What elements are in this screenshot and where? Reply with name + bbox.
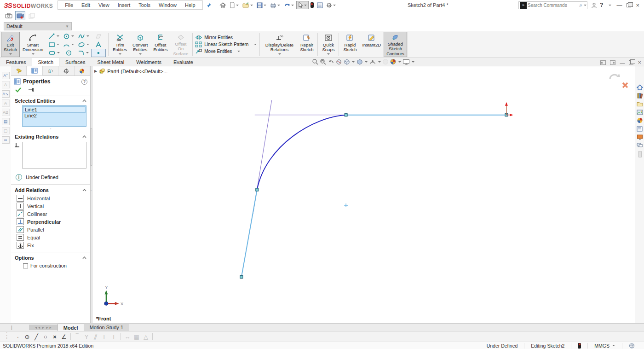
select-cursor-button[interactable] <box>296 1 309 9</box>
display-manager-tab[interactable] <box>75 66 90 76</box>
relation-equal[interactable]: Equal <box>11 233 90 241</box>
view-orientation-icon[interactable] <box>343 58 350 65</box>
comments-icon[interactable] <box>636 142 644 149</box>
list-item[interactable]: Line2 <box>23 113 86 119</box>
display-style-icon[interactable] <box>356 58 363 65</box>
zoom-to-fit-icon[interactable] <box>312 58 319 65</box>
toolbar-drag-handle[interactable]: ⋯⋯ <box>5 332 9 341</box>
parallel-snap-icon[interactable]: ∥ <box>90 331 101 342</box>
custom-properties-icon[interactable] <box>636 125 644 132</box>
ok-check-icon[interactable] <box>15 87 22 93</box>
performance-evaluation-icon[interactable] <box>309 1 315 9</box>
shaded-sketch-contours-button[interactable]: Shaded Sketch Contours <box>384 32 407 57</box>
tags-icon[interactable] <box>622 343 641 349</box>
point-tool[interactable] <box>91 49 106 57</box>
new-document-button[interactable] <box>228 1 241 9</box>
fillet-tool[interactable] <box>76 49 91 57</box>
tangent-snap-icon[interactable]: ⌒ <box>73 332 81 341</box>
tab-weldments[interactable]: Weldments <box>130 58 167 66</box>
convert-entities-button[interactable]: Convert Entities <box>130 32 150 57</box>
linear-sketch-pattern-button[interactable]: Linear Sketch Pattern <box>195 41 257 47</box>
sketch-plane-tool[interactable] <box>91 32 106 41</box>
task-pane-handle[interactable] <box>638 151 642 157</box>
previous-view-icon[interactable] <box>328 58 334 65</box>
exit-sketch-dropdown[interactable] <box>9 53 12 56</box>
center-point-snap-icon[interactable]: ⊙ <box>23 332 31 341</box>
relation-horizontal[interactable]: Horizontal <box>11 194 90 202</box>
intersection-snap-icon[interactable]: × <box>51 332 59 341</box>
smart-dimension-dropdown[interactable] <box>32 53 34 56</box>
angle-sketch-snap-icon[interactable]: △ <box>142 332 150 341</box>
move-entities-button[interactable]: Move Entities <box>195 48 257 54</box>
tab-evaluate[interactable]: Evaluate <box>167 58 199 66</box>
circle-snap-icon[interactable]: ○ <box>41 332 50 341</box>
graphics-area[interactable]: ▶ Part4 (Default<<Default>... <box>92 66 635 323</box>
view-settings-icon[interactable] <box>402 59 410 65</box>
angle-snap-icon[interactable]: ∠ <box>60 332 68 341</box>
document-properties-button[interactable] <box>316 1 324 9</box>
dimxpert-manager-tab[interactable] <box>58 66 74 76</box>
vertex-marker[interactable] <box>345 114 347 116</box>
ellipse-tool[interactable] <box>76 41 91 49</box>
record-video-icon[interactable] <box>15 11 25 20</box>
circle-tool[interactable] <box>62 32 76 41</box>
slot-tool[interactable] <box>47 49 62 57</box>
search-dropdown-icon[interactable] <box>584 5 586 7</box>
collapse-right-pane-icon[interactable] <box>610 60 615 65</box>
nearest-snap-icon[interactable]: Y <box>82 332 91 341</box>
move-entities-dropdown[interactable] <box>237 51 240 53</box>
rectangle-tool[interactable] <box>47 41 62 49</box>
menu-edit[interactable]: Edit <box>77 1 94 9</box>
relation-fix[interactable]: Fix <box>11 241 90 249</box>
block-tool-icon[interactable]: ▢ <box>2 127 10 134</box>
property-manager-tab[interactable] <box>27 66 42 76</box>
appearances-scenes-icon[interactable] <box>636 117 644 124</box>
apply-scene-icon[interactable] <box>390 58 397 65</box>
view-settings-dropdown[interactable] <box>412 61 414 64</box>
for-construction-checkbox[interactable] <box>23 263 28 268</box>
options-header[interactable]: Options <box>11 252 90 262</box>
existing-relations-header[interactable]: Existing Relations <box>11 131 90 141</box>
format-painter-tool-icon[interactable]: A↘ <box>2 90 10 98</box>
convert-entities-dropdown[interactable] <box>139 53 142 56</box>
menu-file[interactable]: File <box>61 1 77 9</box>
tab-scroll-control[interactable]: ◄◄ ► ►► <box>29 325 58 330</box>
surface-finish-tool-icon[interactable]: AB <box>2 109 10 116</box>
existing-relations-list[interactable] <box>22 142 86 169</box>
sketch-line2[interactable] <box>242 190 257 277</box>
image-capture-icon[interactable] <box>4 11 14 20</box>
sketch-point[interactable] <box>344 204 348 207</box>
search-commands-box[interactable]: » ⌕ <box>518 1 587 9</box>
relation-parallel[interactable]: Parallel <box>11 226 90 233</box>
arc-tool[interactable] <box>62 41 76 49</box>
file-explorer-icon[interactable] <box>636 100 644 107</box>
menu-insert[interactable]: Insert <box>114 1 135 9</box>
exit-sketch-corner-icon[interactable] <box>610 75 617 79</box>
line-snap-icon[interactable]: ╱ <box>32 332 40 341</box>
tab-motion-study-1[interactable]: Motion Study 1 <box>84 324 129 332</box>
instant2d-button[interactable]: Instant2D <box>359 32 384 57</box>
menu-view[interactable]: View <box>94 1 114 9</box>
sketch-geometry[interactable]: Y X <box>92 66 635 322</box>
solidworks-resources-icon[interactable] <box>636 84 644 91</box>
zoom-to-area-icon[interactable] <box>320 58 327 65</box>
fillet-curve[interactable] <box>257 115 346 190</box>
help-icon[interactable]: ? <box>81 79 87 85</box>
quick-snaps-button[interactable]: Quick Snaps <box>319 32 337 57</box>
menu-tools[interactable]: Tools <box>134 1 155 9</box>
apply-scene-dropdown[interactable] <box>398 61 401 64</box>
repair-sketch-button[interactable]: Repair Sketch <box>297 32 316 57</box>
pin-icon[interactable] <box>28 87 34 92</box>
quick-snaps-dropdown[interactable] <box>327 53 330 56</box>
cancel-sketch-icon[interactable] <box>623 83 627 87</box>
display-delete-relations-button[interactable]: Display/Delete Relations <box>261 32 297 57</box>
help-button[interactable]: ? <box>600 2 603 8</box>
window-close-icon[interactable]: × <box>638 59 641 66</box>
point-snap-icon[interactable]: · <box>14 332 22 341</box>
units-selector[interactable]: MMGS <box>587 343 622 349</box>
vertex-marker[interactable] <box>256 188 259 191</box>
view-palette-icon[interactable] <box>636 109 644 116</box>
confirmation-corner[interactable] <box>608 73 629 89</box>
relation-perpendicular[interactable]: Perpendicular <box>11 218 90 226</box>
vertex-marker[interactable] <box>240 275 243 278</box>
